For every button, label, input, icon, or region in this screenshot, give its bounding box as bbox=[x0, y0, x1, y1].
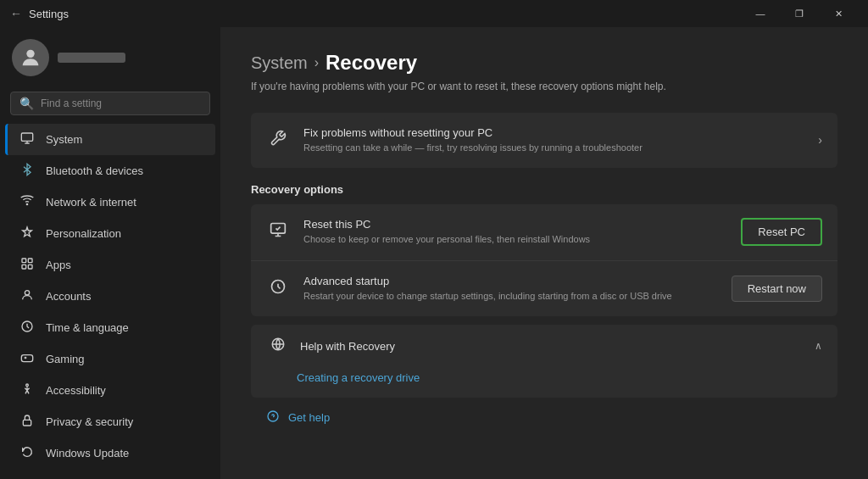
sidebar-item-accessibility[interactable]: Accessibility bbox=[5, 375, 215, 406]
svg-point-7 bbox=[25, 291, 29, 295]
breadcrumb-chevron-icon: › bbox=[314, 55, 319, 70]
breadcrumb-current: Recovery bbox=[326, 51, 417, 75]
avatar bbox=[12, 39, 49, 76]
fix-problems-title: Fix problems without resetting your PC bbox=[303, 126, 804, 139]
app-title: Settings bbox=[29, 8, 69, 20]
user-section bbox=[0, 31, 220, 88]
recovery-options-card: Reset this PC Choose to keep or remove y… bbox=[251, 204, 837, 316]
svg-rect-9 bbox=[21, 355, 32, 362]
apps-icon bbox=[19, 257, 36, 273]
fix-problems-card[interactable]: Fix problems without resetting your PC R… bbox=[251, 113, 837, 168]
breadcrumb-parent[interactable]: System bbox=[251, 53, 308, 73]
minimize-button[interactable]: — bbox=[741, 0, 780, 27]
privacy-icon bbox=[19, 414, 36, 430]
svg-rect-4 bbox=[28, 259, 32, 263]
advanced-startup-icon bbox=[266, 278, 290, 299]
sidebar: 🔍 System Bluetooth & devices Network & i… bbox=[0, 27, 220, 479]
back-button[interactable]: ← bbox=[10, 7, 22, 20]
fix-problems-desc: Resetting can take a while — first, try … bbox=[303, 142, 804, 154]
sidebar-label-privacy: Privacy & security bbox=[46, 415, 133, 428]
sidebar-item-update[interactable]: Windows Update bbox=[5, 437, 215, 469]
sidebar-item-personalization[interactable]: Personalization bbox=[5, 218, 215, 249]
restart-now-button[interactable]: Restart now bbox=[732, 276, 822, 302]
recovery-drive-link[interactable]: Creating a recovery drive bbox=[297, 371, 420, 384]
wrench-icon bbox=[266, 130, 290, 151]
sidebar-label-gaming: Gaming bbox=[46, 353, 85, 365]
svg-rect-11 bbox=[23, 420, 31, 426]
svg-point-15 bbox=[268, 411, 278, 421]
help-card: Help with Recovery ∧ Creating a recovery… bbox=[251, 325, 837, 398]
sidebar-item-time[interactable]: Time & language bbox=[5, 312, 215, 343]
advanced-startup-title: Advanced startup bbox=[303, 275, 718, 287]
svg-rect-5 bbox=[22, 265, 26, 269]
update-icon bbox=[19, 445, 36, 461]
sidebar-label-bluetooth: Bluetooth & devices bbox=[46, 164, 143, 177]
help-chevron-icon: ∧ bbox=[815, 340, 822, 352]
recovery-options-label: Recovery options bbox=[251, 183, 837, 196]
fix-problems-chevron-icon: › bbox=[818, 133, 822, 147]
reset-pc-title: Reset this PC bbox=[303, 218, 727, 231]
sidebar-item-gaming[interactable]: Gaming bbox=[5, 343, 215, 375]
help-content: Creating a recovery drive bbox=[251, 368, 837, 398]
personalization-icon bbox=[19, 226, 36, 242]
sidebar-label-update: Windows Update bbox=[46, 447, 129, 460]
accounts-icon bbox=[19, 288, 36, 304]
search-box[interactable]: 🔍 bbox=[10, 92, 210, 115]
svg-point-0 bbox=[26, 50, 34, 58]
svg-point-10 bbox=[26, 384, 29, 387]
reset-pc-button[interactable]: Reset PC bbox=[741, 218, 822, 246]
sidebar-item-privacy[interactable]: Privacy & security bbox=[5, 406, 215, 437]
time-icon bbox=[19, 320, 36, 336]
network-icon bbox=[19, 194, 36, 210]
sidebar-item-system[interactable]: System bbox=[5, 124, 215, 155]
sidebar-item-network[interactable]: Network & internet bbox=[5, 187, 215, 218]
sidebar-item-bluetooth[interactable]: Bluetooth & devices bbox=[5, 155, 215, 187]
help-globe-icon bbox=[266, 337, 290, 356]
sidebar-label-time: Time & language bbox=[46, 321, 129, 334]
sidebar-label-personalization: Personalization bbox=[46, 227, 121, 240]
get-help-icon bbox=[266, 409, 280, 426]
app-body: 🔍 System Bluetooth & devices Network & i… bbox=[0, 27, 868, 479]
close-button[interactable]: ✕ bbox=[819, 0, 858, 27]
user-name bbox=[58, 53, 125, 63]
sidebar-label-system: System bbox=[46, 133, 82, 146]
maximize-button[interactable]: ❐ bbox=[780, 0, 819, 27]
sidebar-label-accessibility: Accessibility bbox=[46, 384, 106, 397]
reset-pc-icon bbox=[266, 221, 290, 242]
main-content: System › Recovery If you're having probl… bbox=[220, 27, 868, 479]
title-bar: ← Settings — ❐ ✕ bbox=[0, 0, 868, 27]
svg-rect-3 bbox=[22, 259, 26, 263]
accessibility-icon bbox=[19, 382, 36, 398]
search-icon: 🔍 bbox=[19, 97, 34, 110]
gaming-icon bbox=[19, 351, 36, 367]
help-title: Help with Recovery bbox=[300, 340, 804, 353]
bluetooth-icon bbox=[19, 163, 36, 179]
system-icon bbox=[19, 131, 36, 148]
sidebar-label-accounts: Accounts bbox=[46, 290, 91, 303]
svg-rect-1 bbox=[21, 133, 32, 141]
breadcrumb: System › Recovery bbox=[251, 51, 837, 75]
reset-pc-row: Reset this PC Choose to keep or remove y… bbox=[251, 204, 837, 260]
page-description: If you're having problems with your PC o… bbox=[251, 80, 837, 94]
sidebar-label-apps: Apps bbox=[46, 259, 71, 271]
help-header[interactable]: Help with Recovery ∧ bbox=[251, 325, 837, 368]
search-input[interactable] bbox=[41, 97, 201, 109]
svg-rect-6 bbox=[28, 265, 32, 269]
sidebar-label-network: Network & internet bbox=[46, 196, 136, 209]
reset-pc-desc: Choose to keep or remove your personal f… bbox=[303, 233, 727, 246]
sidebar-item-apps[interactable]: Apps bbox=[5, 249, 215, 281]
advanced-startup-row: Advanced startup Restart your device to … bbox=[251, 261, 837, 316]
sidebar-item-accounts[interactable]: Accounts bbox=[5, 281, 215, 312]
advanced-startup-desc: Restart your device to change startup se… bbox=[303, 290, 718, 303]
window-controls: — ❐ ✕ bbox=[741, 0, 858, 27]
get-help-row[interactable]: Get help bbox=[251, 398, 837, 438]
svg-point-2 bbox=[26, 203, 27, 204]
get-help-label: Get help bbox=[288, 411, 330, 424]
